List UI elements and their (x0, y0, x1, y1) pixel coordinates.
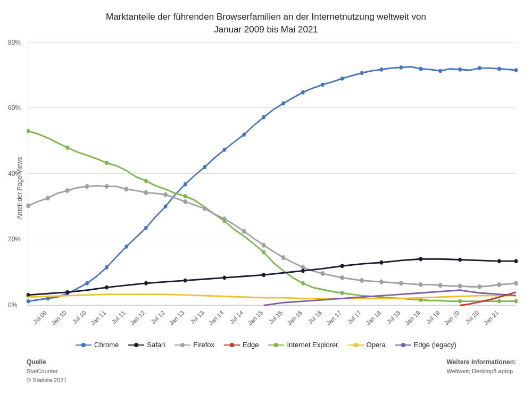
svg-point-10 (223, 147, 226, 152)
svg-text:Jan 13: Jan 13 (168, 309, 186, 326)
svg-point-51 (242, 229, 246, 233)
legend-edge-legacy: Edge (legacy) (395, 341, 456, 349)
svg-point-62 (458, 283, 462, 288)
svg-point-18 (380, 67, 383, 71)
svg-text:Jul 20: Jul 20 (464, 309, 480, 325)
svg-point-48 (183, 199, 187, 204)
legend-opera: Opera (348, 341, 386, 349)
svg-point-79 (514, 259, 518, 263)
svg-point-77 (458, 257, 461, 262)
chrome-dots (27, 65, 518, 304)
svg-text:Jul 19: Jul 19 (425, 309, 441, 325)
svg-point-60 (419, 282, 422, 287)
svg-point-49 (203, 206, 206, 211)
chart-container: Marktanteile der führenden Browserfamili… (0, 0, 532, 395)
legend-firefox: Firefox (174, 341, 214, 349)
svg-text:Jan 11: Jan 11 (89, 309, 107, 326)
chart-plot: 0% 20% 40% 60% 80% (28, 43, 516, 306)
ie-legend-icon (268, 342, 284, 348)
svg-point-27 (66, 145, 69, 149)
svg-point-14 (301, 90, 304, 94)
edge-legend-icon (224, 342, 240, 348)
svg-point-25 (514, 68, 518, 72)
svg-point-37 (458, 299, 461, 303)
legend-opera-label: Opera (367, 341, 386, 349)
firefox-legend-icon (174, 342, 190, 348)
svg-point-32 (262, 250, 265, 254)
svg-point-5 (124, 245, 128, 249)
svg-text:Jul 14: Jul 14 (228, 309, 245, 325)
ie-line (28, 131, 516, 301)
svg-point-71 (223, 275, 226, 280)
legend-firefox-label: Firefox (193, 341, 214, 349)
svg-point-19 (400, 65, 403, 70)
svg-point-59 (399, 281, 403, 285)
svg-text:Jan 14: Jan 14 (207, 309, 225, 326)
legend-safari: Safari (128, 341, 165, 349)
chart-footer: Quelle StatCounter© Statista 2021 Weiter… (16, 353, 516, 384)
svg-point-47 (164, 192, 168, 197)
svg-point-28 (105, 161, 108, 165)
svg-point-55 (321, 271, 325, 276)
svg-text:Jan 10: Jan 10 (50, 309, 68, 326)
x-axis-svg: Jan 09 Jul 09 Jan 10 Jul 10 Jan 11 Jul 1… (28, 306, 516, 333)
chart-svg (28, 43, 516, 305)
svg-text:Jan 19: Jan 19 (404, 309, 421, 326)
svg-point-38 (497, 299, 501, 303)
svg-point-33 (301, 281, 304, 285)
svg-point-118 (401, 343, 405, 347)
svg-point-61 (438, 283, 442, 288)
svg-point-30 (184, 194, 187, 198)
legend-edge: Edge (224, 341, 259, 349)
svg-point-73 (301, 268, 304, 273)
svg-point-108 (134, 343, 138, 347)
svg-point-76 (419, 257, 422, 261)
opera-line (28, 294, 516, 298)
ie-dots (27, 129, 518, 303)
legend-edge-label: Edge (243, 341, 259, 349)
svg-point-29 (144, 179, 147, 183)
svg-point-58 (379, 279, 383, 284)
svg-text:Jan 17: Jan 17 (325, 309, 343, 326)
svg-text:Jul 17: Jul 17 (346, 309, 363, 325)
legend-chrome-label: Chrome (94, 341, 119, 349)
safari-line (28, 259, 516, 295)
legend-ie: Internet Explorer (268, 341, 338, 349)
svg-point-53 (281, 255, 285, 260)
svg-point-116 (354, 343, 358, 347)
svg-point-78 (497, 259, 501, 263)
source-value: StatCounter© Statista 2021 (27, 367, 66, 384)
svg-text:Jul 10: Jul 10 (71, 309, 88, 325)
svg-text:Jan 21: Jan 21 (482, 309, 500, 326)
svg-point-13 (281, 101, 285, 105)
svg-point-8 (184, 182, 187, 186)
svg-point-11 (243, 132, 246, 137)
svg-point-17 (360, 71, 363, 75)
svg-text:Jan 20: Jan 20 (443, 309, 461, 326)
svg-point-26 (27, 129, 30, 133)
svg-point-114 (274, 343, 278, 347)
svg-point-22 (458, 67, 461, 71)
svg-text:Jan 15: Jan 15 (246, 309, 264, 326)
info-label: Weitere Informationen: (447, 358, 516, 366)
info-value: Weltweit; Desktop/Laptop (447, 368, 513, 374)
svg-point-40 (26, 203, 30, 208)
footer-info: Weitere Informationen: Weltweit; Desktop… (447, 357, 516, 384)
svg-point-68 (105, 285, 108, 289)
svg-text:Jul 18: Jul 18 (386, 309, 402, 325)
svg-point-52 (262, 242, 265, 247)
legend-ie-label: Internet Explorer (287, 341, 338, 349)
safari-legend-icon (128, 342, 144, 348)
svg-point-24 (497, 66, 501, 71)
footer-source: Quelle StatCounter© Statista 2021 (27, 357, 66, 384)
svg-point-72 (262, 273, 265, 277)
chrome-line (28, 66, 516, 301)
svg-point-43 (85, 184, 89, 189)
svg-point-112 (230, 343, 234, 347)
edge-legacy-legend-icon (395, 342, 411, 348)
legend-edge-legacy-label: Edge (legacy) (414, 341, 456, 349)
svg-text:Jan 18: Jan 18 (364, 309, 382, 326)
legend-chrome: Chrome (76, 341, 119, 349)
svg-point-63 (478, 284, 481, 289)
svg-text:Jan 16: Jan 16 (286, 309, 303, 326)
